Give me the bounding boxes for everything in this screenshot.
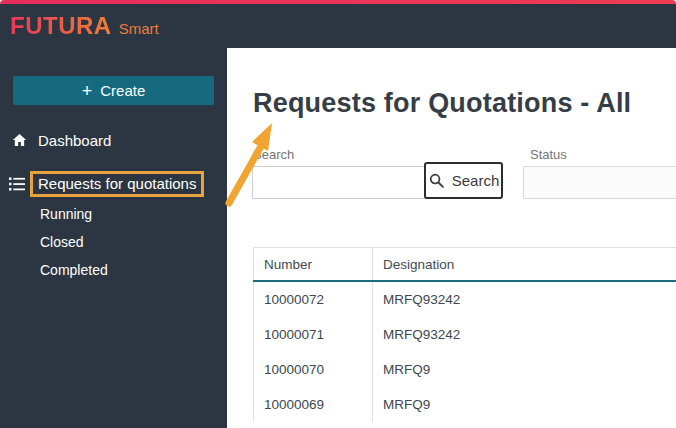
highlight-box: Requests for quotations <box>30 171 204 197</box>
sidebar-item-completed[interactable]: Completed <box>0 256 227 284</box>
sidebar: + Create Dashboard Requests for quotatio… <box>0 48 227 428</box>
cell-designation: MRFQ9 <box>373 352 676 387</box>
rfq-table: Number Designation 10000072 MRFQ93242 10… <box>253 247 676 422</box>
requests-subnav: Running Closed Completed <box>0 200 227 284</box>
app-header: FUTURA Smart <box>0 4 676 48</box>
brand-name: FUTURA <box>10 12 112 40</box>
plus-icon: + <box>82 82 93 100</box>
cell-designation: MRFQ93242 <box>373 281 676 317</box>
sidebar-item-running[interactable]: Running <box>0 200 227 228</box>
cell-designation: MRFQ9 <box>373 387 676 422</box>
search-button-label: Search <box>452 172 500 189</box>
cell-number: 10000069 <box>254 387 373 422</box>
cell-number: 10000072 <box>254 281 373 317</box>
sidebar-item-requests-for-quotations[interactable]: Requests for quotations <box>0 170 227 197</box>
table-header-row: Number Designation <box>254 248 676 282</box>
create-button-label: Create <box>100 82 145 99</box>
cell-number: 10000071 <box>254 317 373 352</box>
column-header-designation[interactable]: Designation <box>373 248 676 282</box>
table-row[interactable]: 10000070 MRFQ9 <box>254 352 676 387</box>
status-select[interactable] <box>523 166 676 199</box>
search-input[interactable] <box>252 166 438 199</box>
table-row[interactable]: 10000069 MRFQ9 <box>254 387 676 422</box>
sidebar-item-label: Dashboard <box>38 132 111 149</box>
sidebar-item-label: Closed <box>40 234 84 250</box>
main-content: Requests for Quotations - All Search Sea… <box>227 48 676 428</box>
brand-suffix: Smart <box>119 20 159 37</box>
search-button[interactable]: Search <box>424 162 503 199</box>
page-title: Requests for Quotations - All <box>253 88 676 119</box>
sidebar-item-label: Requests for quotations <box>38 175 196 192</box>
create-button[interactable]: + Create <box>13 76 214 105</box>
sidebar-item-closed[interactable]: Closed <box>0 228 227 256</box>
sidebar-item-label: Running <box>40 206 92 222</box>
sidebar-item-label: Completed <box>40 262 108 278</box>
cell-number: 10000070 <box>254 352 373 387</box>
magnifier-icon <box>428 172 445 189</box>
app-logo: FUTURA Smart <box>10 12 159 40</box>
column-header-number[interactable]: Number <box>254 248 373 282</box>
sidebar-item-dashboard[interactable]: Dashboard <box>0 126 227 154</box>
list-icon <box>8 175 26 193</box>
search-label: Search <box>253 147 294 162</box>
cell-designation: MRFQ93242 <box>373 317 676 352</box>
status-label: Status <box>530 147 567 162</box>
table-row[interactable]: 10000072 MRFQ93242 <box>254 281 676 317</box>
table-row[interactable]: 10000071 MRFQ93242 <box>254 317 676 352</box>
home-icon <box>10 131 28 149</box>
